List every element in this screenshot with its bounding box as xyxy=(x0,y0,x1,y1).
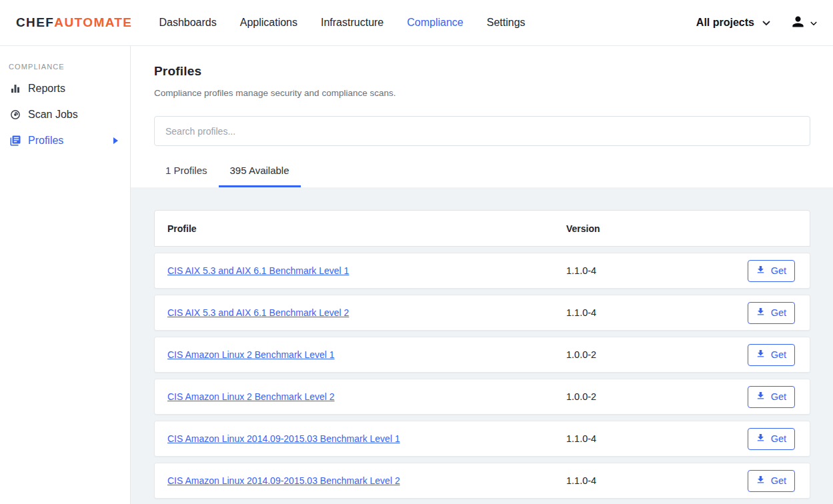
user-menu[interactable] xyxy=(790,14,817,32)
nav-item-applications[interactable]: Applications xyxy=(240,17,297,29)
app-shell: COMPLIANCE Reports Scan Jobs xyxy=(0,46,833,504)
logo-chef-text: CHEF xyxy=(16,15,54,30)
column-header-profile: Profile xyxy=(167,223,566,234)
get-profile-button[interactable]: Get xyxy=(748,428,795,450)
download-icon xyxy=(756,349,766,361)
download-icon xyxy=(756,433,766,445)
sidebar-item-profiles[interactable]: Profiles xyxy=(8,129,122,152)
sidebar-section-heading: COMPLIANCE xyxy=(9,63,122,71)
profile-version: 1.1.0-4 xyxy=(566,475,596,486)
get-button-label: Get xyxy=(771,265,786,276)
profile-link[interactable]: CIS Amazon Linux 2014.09-2015.03 Benchma… xyxy=(167,433,400,444)
download-icon xyxy=(756,265,766,277)
profile-link[interactable]: CIS AIX 5.3 and AIX 6.1 Benchmark Level … xyxy=(167,307,349,318)
get-profile-button[interactable]: Get xyxy=(748,386,795,408)
get-profile-button[interactable]: Get xyxy=(748,302,795,324)
get-button-label: Get xyxy=(771,475,786,486)
profile-link[interactable]: CIS AIX 5.3 and AIX 6.1 Benchmark Level … xyxy=(167,265,349,276)
table-rows-container: CIS AIX 5.3 and AIX 6.1 Benchmark Level … xyxy=(154,253,810,499)
table-row: CIS Amazon Linux 2 Benchmark Level 2 1.0… xyxy=(154,379,810,415)
profile-link[interactable]: CIS Amazon Linux 2 Benchmark Level 2 xyxy=(167,391,335,402)
logo-automate-text: AUTOMATE xyxy=(54,15,132,30)
profile-version: 1.0.0-2 xyxy=(566,391,596,402)
profile-link[interactable]: CIS Amazon Linux 2014.09-2015.03 Benchma… xyxy=(167,475,400,486)
sidebar-item-reports[interactable]: Reports xyxy=(8,77,122,100)
profile-version: 1.1.0-4 xyxy=(566,307,596,318)
profile-link[interactable]: CIS Amazon Linux 2 Benchmark Level 1 xyxy=(167,349,335,360)
chevron-down-icon xyxy=(762,17,770,29)
nav-right-controls: All projects xyxy=(696,14,817,32)
profile-version: 1.0.0-2 xyxy=(566,349,596,360)
sidebar-item-label: Reports xyxy=(28,83,65,95)
profile-version: 1.1.0-4 xyxy=(566,265,596,276)
profiles-tabs: 1 Profiles 395 Available xyxy=(154,155,810,187)
column-header-version: Version xyxy=(566,223,754,234)
radar-icon xyxy=(9,109,21,121)
search-input[interactable] xyxy=(154,116,810,146)
projects-filter-dropdown[interactable]: All projects xyxy=(696,17,770,29)
profile-version: 1.1.0-4 xyxy=(566,433,596,444)
projects-filter-label: All projects xyxy=(696,17,754,29)
sidebar-item-scan-jobs[interactable]: Scan Jobs xyxy=(8,103,122,126)
chef-automate-app: CHEFAUTOMATE Dashboards Applications Inf… xyxy=(0,0,833,504)
download-icon xyxy=(756,391,766,403)
chef-automate-logo[interactable]: CHEFAUTOMATE xyxy=(16,15,132,30)
download-icon xyxy=(756,475,766,487)
profiles-table-area: Profile Version CIS AIX 5.3 and AIX 6.1 … xyxy=(131,187,833,504)
library-icon xyxy=(9,135,21,147)
page-title: Profiles xyxy=(154,64,810,79)
table-header-row: Profile Version xyxy=(154,210,810,247)
nav-item-dashboards[interactable]: Dashboards xyxy=(159,17,216,29)
page-description: Compliance profiles manage security and … xyxy=(154,88,810,98)
table-row: CIS AIX 5.3 and AIX 6.1 Benchmark Level … xyxy=(154,253,810,289)
chevron-down-icon xyxy=(810,17,817,29)
sidebar-item-label: Profiles xyxy=(28,135,63,147)
main-content: Profiles Compliance profiles manage secu… xyxy=(131,46,833,504)
download-icon xyxy=(756,307,766,319)
table-row: CIS Amazon Linux 2014.09-2015.03 Benchma… xyxy=(154,421,810,457)
tab-available-profiles[interactable]: 395 Available xyxy=(219,155,301,187)
nav-item-infrastructure[interactable]: Infrastructure xyxy=(321,17,383,29)
nav-item-compliance[interactable]: Compliance xyxy=(407,17,463,29)
nav-item-settings[interactable]: Settings xyxy=(487,17,526,29)
get-profile-button[interactable]: Get xyxy=(748,260,795,282)
expand-arrow-icon[interactable] xyxy=(113,137,118,144)
primary-nav: Dashboards Applications Infrastructure C… xyxy=(159,17,525,29)
table-row: CIS AIX 5.3 and AIX 6.1 Benchmark Level … xyxy=(154,295,810,331)
top-navigation: CHEFAUTOMATE Dashboards Applications Inf… xyxy=(0,0,833,46)
user-avatar-icon xyxy=(790,14,806,32)
compliance-sidebar: COMPLIANCE Reports Scan Jobs xyxy=(0,46,131,504)
get-button-label: Get xyxy=(771,349,786,360)
get-button-label: Get xyxy=(771,307,786,318)
get-button-label: Get xyxy=(771,433,786,444)
get-profile-button[interactable]: Get xyxy=(748,344,795,366)
tab-my-profiles[interactable]: 1 Profiles xyxy=(154,155,219,187)
table-row: CIS Amazon Linux 2 Benchmark Level 1 1.0… xyxy=(154,337,810,373)
page-header: Profiles Compliance profiles manage secu… xyxy=(131,46,833,187)
get-button-label: Get xyxy=(771,391,786,402)
bar-chart-icon xyxy=(9,83,21,95)
get-profile-button[interactable]: Get xyxy=(748,470,795,492)
table-row: CIS Amazon Linux 2014.09-2015.03 Benchma… xyxy=(154,463,810,499)
sidebar-item-label: Scan Jobs xyxy=(28,109,78,121)
